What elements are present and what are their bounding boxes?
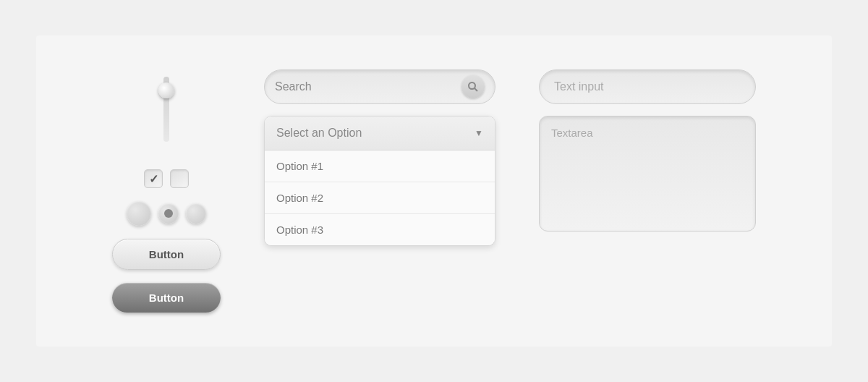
slider-wrapper [158, 77, 175, 156]
dropdown-arrow-icon: ▼ [475, 128, 483, 138]
inputs-column: Search Select an Option ▼ Option #1 Opti… [264, 69, 495, 246]
dropdown-option-2[interactable]: Option #2 [265, 182, 495, 214]
radio-large [127, 201, 151, 226]
dropdown-option-1[interactable]: Option #1 [265, 150, 495, 182]
checkbox-checked[interactable] [144, 169, 163, 188]
radio-unselected[interactable] [186, 203, 206, 224]
search-button[interactable] [461, 75, 485, 98]
checkbox-unchecked[interactable] [170, 169, 189, 188]
textarea[interactable]: Textarea [539, 116, 756, 232]
text-input-placeholder: Text input [554, 80, 603, 93]
dropdown-placeholder: Select an Option [276, 127, 362, 140]
text-input[interactable]: Text input [539, 69, 756, 104]
search-bar[interactable]: Search [264, 69, 495, 104]
button-dark[interactable]: Button [112, 283, 221, 313]
text-column: Text input Textarea [539, 69, 756, 232]
radio-row [127, 201, 206, 226]
controls-column: Button Button [112, 69, 221, 313]
checkbox-row [144, 169, 189, 188]
svg-line-1 [475, 88, 477, 91]
dropdown-option-3[interactable]: Option #3 [265, 214, 495, 245]
radio-selected[interactable] [158, 203, 179, 224]
search-icon [467, 81, 479, 93]
dropdown-header[interactable]: Select an Option ▼ [265, 116, 495, 150]
slider-thumb[interactable] [158, 82, 174, 98]
button-light[interactable]: Button [112, 239, 221, 270]
dropdown: Select an Option ▼ Option #1 Option #2 O… [264, 116, 495, 246]
svg-point-0 [469, 82, 475, 89]
ui-grid: Button Button Search Select an Option [112, 69, 756, 313]
slider-track [163, 77, 169, 142]
textarea-placeholder: Textarea [551, 127, 593, 139]
radio-inner [164, 209, 173, 218]
ui-showcase: Button Button Search Select an Option [36, 35, 832, 347]
search-placeholder: Search [275, 80, 461, 93]
